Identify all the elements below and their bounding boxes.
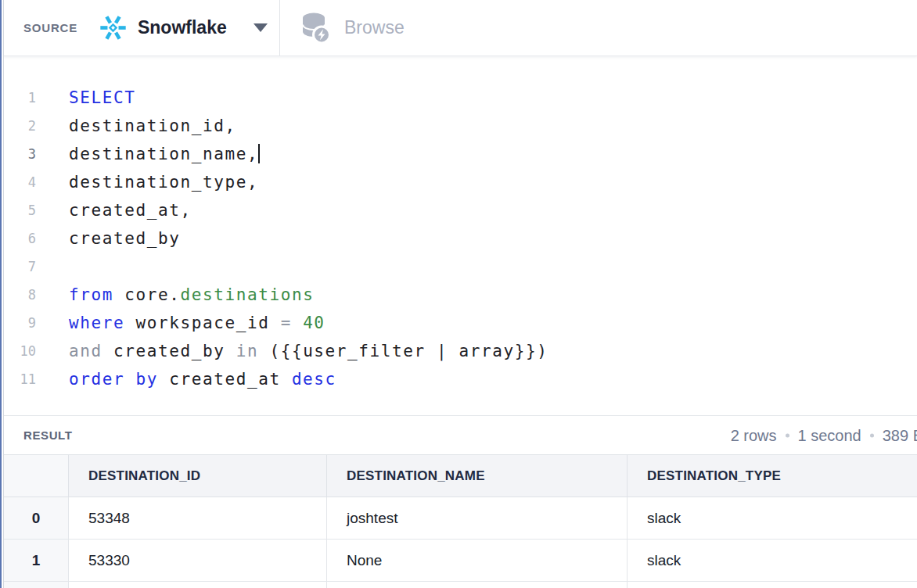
code-token: created_at, <box>69 201 192 220</box>
sql-editor-panel: SOURCE Snowflake <box>4 0 917 588</box>
code-token: and <box>69 342 102 360</box>
result-label: RESULT <box>23 428 73 442</box>
result-table-body: 053348joshtestslack153330Noneslack <box>4 497 917 582</box>
source-label: SOURCE <box>23 21 77 34</box>
window-left-accent <box>0 0 2 588</box>
source-picker-dropdown[interactable]: Snowflake <box>99 13 268 42</box>
code-line[interactable]: 7 <box>4 253 917 281</box>
line-number: 5 <box>4 196 36 224</box>
sql-code-editor[interactable]: 1SELECT2destination_id,3destination_name… <box>4 56 917 415</box>
query-stats: 2 rows1 second389 B <box>731 426 917 444</box>
stat-value: 1 second <box>798 426 861 444</box>
result-table-header: DESTINATION_IDDESTINATION_NAMEDESTINATIO… <box>4 454 917 497</box>
code-text: destination_name, <box>36 140 917 168</box>
code-token: created_by <box>69 229 180 248</box>
code-line[interactable]: 2destination_id, <box>4 112 917 140</box>
browse-button[interactable]: Browse <box>301 0 405 56</box>
table-cell[interactable]: 53330 <box>69 540 327 581</box>
line-number: 2 <box>4 112 36 140</box>
code-token: created_by <box>102 342 236 360</box>
code-token: destination_name, <box>69 145 258 163</box>
stat-separator-dot <box>786 433 789 437</box>
code-text: created_by <box>36 224 917 253</box>
row-index: 0 <box>4 497 69 539</box>
code-line[interactable]: 4destination_type, <box>4 168 917 196</box>
code-token: in <box>236 342 259 360</box>
code-line[interactable]: 9where workspace_id = 40 <box>4 309 917 337</box>
code-text: where workspace_id = 40 <box>36 309 917 337</box>
table-cell[interactable]: slack <box>628 540 917 581</box>
line-number: 1 <box>4 84 36 112</box>
code-line[interactable]: 11order by created_at desc <box>4 365 917 393</box>
panel-left-border <box>3 0 4 588</box>
code-token: 40 <box>303 314 325 332</box>
code-line[interactable]: 1SELECT <box>4 84 917 112</box>
line-number: 6 <box>4 224 36 253</box>
source-toolbar: SOURCE Snowflake <box>4 0 917 56</box>
overflow-cell <box>327 582 628 588</box>
code-text: destination_id, <box>36 112 917 140</box>
code-line[interactable]: 6created_by <box>4 224 917 253</box>
column-header: DESTINATION_ID <box>69 455 327 497</box>
code-text: and created_by in ({{user_filter | array… <box>36 337 917 365</box>
text-cursor <box>258 144 260 163</box>
table-row[interactable]: 153330Noneslack <box>4 540 917 582</box>
stat-separator-dot <box>870 433 874 437</box>
table-row[interactable]: 053348joshtestslack <box>4 497 917 540</box>
column-header: DESTINATION_NAME <box>327 455 628 497</box>
overflow-cell <box>69 582 327 588</box>
browse-label: Browse <box>344 17 405 38</box>
code-line[interactable]: 8from core.destinations <box>4 281 917 309</box>
result-table-overflow <box>4 582 917 588</box>
code-line[interactable]: 5created_at, <box>4 196 917 224</box>
code-text: order by created_at desc <box>36 365 917 393</box>
code-token: order by <box>69 370 158 389</box>
code-token: = <box>281 314 292 332</box>
table-cell[interactable]: None <box>327 540 628 581</box>
code-token: where <box>69 314 124 332</box>
result-header-bar: RESULT 2 rows1 second389 B <box>4 415 917 454</box>
code-text: created_at, <box>36 196 917 224</box>
code-line[interactable]: 3destination_name, <box>4 140 917 168</box>
code-token: workspace_id <box>124 314 280 332</box>
code-token: destinations <box>180 285 314 304</box>
column-header: DESTINATION_TYPE <box>628 455 917 497</box>
line-number: 9 <box>4 309 36 337</box>
code-token: from <box>69 285 113 304</box>
code-token: created_at <box>158 370 292 389</box>
code-token: ({{user_filter | array}}) <box>258 342 548 360</box>
index-column-header <box>4 455 69 497</box>
table-cell[interactable]: slack <box>628 497 917 539</box>
line-number: 10 <box>4 337 36 365</box>
table-cell[interactable]: 53348 <box>69 497 327 539</box>
code-token: destination_type, <box>69 173 258 192</box>
line-number: 3 <box>4 140 36 168</box>
code-text <box>36 253 917 281</box>
database-lightning-icon <box>301 12 331 45</box>
toolbar-divider <box>279 0 280 56</box>
source-name: Snowflake <box>138 17 227 38</box>
code-token: destination_id, <box>69 117 236 135</box>
code-token <box>292 314 303 332</box>
code-text: from core.destinations <box>36 281 917 309</box>
overflow-cell <box>4 582 69 588</box>
table-cell[interactable]: joshtest <box>327 497 628 539</box>
code-text: destination_type, <box>36 168 917 196</box>
line-number: 7 <box>4 253 36 281</box>
code-token: desc <box>292 370 336 389</box>
code-token: core. <box>113 285 180 304</box>
stat-value: 2 rows <box>731 426 777 444</box>
line-number: 8 <box>4 281 36 309</box>
overflow-cell <box>628 582 917 588</box>
line-number: 11 <box>4 365 36 393</box>
chevron-down-icon <box>254 23 268 32</box>
code-text: SELECT <box>36 84 917 112</box>
row-index: 1 <box>4 540 69 581</box>
line-number: 4 <box>4 168 36 196</box>
code-line[interactable]: 10and created_by in ({{user_filter | arr… <box>4 337 917 365</box>
stat-value: 389 B <box>883 426 917 444</box>
code-token: SELECT <box>69 88 135 107</box>
snowflake-icon <box>99 13 128 42</box>
